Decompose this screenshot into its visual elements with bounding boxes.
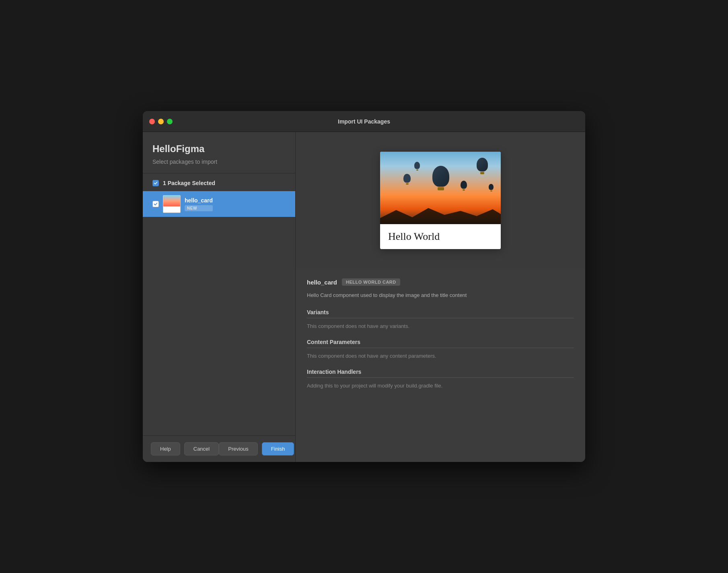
finish-button[interactable]: Finish bbox=[262, 442, 294, 456]
content-params-section: Content Parameters This component does n… bbox=[307, 339, 574, 359]
select-all-checkbox[interactable] bbox=[152, 180, 159, 186]
item-info: hello_card NEW bbox=[185, 197, 213, 211]
right-action-buttons: Previous Finish bbox=[219, 442, 294, 456]
handlers-title: Interaction Handlers bbox=[307, 369, 574, 375]
close-button[interactable] bbox=[149, 119, 155, 124]
header-divider bbox=[143, 173, 295, 173]
title-bar: Import UI Packages bbox=[143, 111, 585, 132]
item-badge: NEW bbox=[185, 205, 213, 211]
left-panel: HelloFigma Select packages to import 1 P… bbox=[143, 132, 296, 462]
item-checkbox[interactable] bbox=[152, 201, 159, 207]
variants-text: This component does not have any variant… bbox=[307, 323, 574, 329]
variants-divider bbox=[307, 318, 574, 318]
app-title: HelloFigma bbox=[152, 143, 286, 155]
package-list: hello_card NEW bbox=[143, 191, 295, 435]
balloon-small-1 bbox=[403, 174, 411, 185]
package-count-label: 1 Package Selected bbox=[163, 180, 215, 186]
main-window: Import UI Packages HelloFigma Select pac… bbox=[143, 111, 585, 462]
balloon-small-2 bbox=[461, 181, 467, 191]
mountains-svg bbox=[380, 206, 501, 224]
balloon-large bbox=[432, 166, 449, 190]
handlers-text: Adding this to your project will modify … bbox=[307, 383, 574, 389]
content-params-text: This component does not have any content… bbox=[307, 353, 574, 359]
handlers-divider bbox=[307, 377, 574, 378]
details-area: hello_card HELLO WORLD CARD Hello Card c… bbox=[296, 269, 585, 462]
content-params-title: Content Parameters bbox=[307, 339, 574, 345]
card-title-text: Hello World bbox=[388, 231, 440, 242]
item-thumbnail bbox=[163, 195, 181, 213]
svg-marker-0 bbox=[380, 208, 501, 224]
component-description: Hello Card component used to display the… bbox=[307, 291, 574, 299]
minimize-button[interactable] bbox=[158, 119, 164, 124]
balloon-medium bbox=[477, 158, 488, 174]
preview-area: Hello World bbox=[296, 132, 585, 269]
handlers-section: Interaction Handlers Adding this to your… bbox=[307, 369, 574, 389]
component-tag: HELLO WORLD CARD bbox=[342, 278, 400, 286]
subtitle: Select packages to import bbox=[152, 159, 286, 165]
window-title: Import UI Packages bbox=[338, 118, 390, 125]
item-name: hello_card bbox=[185, 197, 213, 204]
list-item[interactable]: hello_card NEW bbox=[143, 191, 295, 217]
window-controls bbox=[149, 119, 173, 124]
right-panel: Hello World hello_card HELLO WORLD CARD … bbox=[296, 132, 585, 462]
content-params-divider bbox=[307, 348, 574, 348]
card-preview: Hello World bbox=[380, 152, 501, 249]
sky-background bbox=[380, 152, 501, 224]
previous-button[interactable]: Previous bbox=[219, 442, 258, 456]
card-title-area: Hello World bbox=[380, 224, 501, 249]
variants-title: Variants bbox=[307, 309, 574, 315]
help-button[interactable]: Help bbox=[151, 442, 180, 456]
window-body: HelloFigma Select packages to import 1 P… bbox=[143, 132, 585, 462]
cancel-button[interactable]: Cancel bbox=[184, 442, 219, 456]
card-image bbox=[380, 152, 501, 224]
balloon-small-4 bbox=[489, 184, 494, 192]
left-header: HelloFigma Select packages to import bbox=[143, 132, 295, 173]
component-name-row: hello_card HELLO WORLD CARD bbox=[307, 278, 574, 286]
package-header: 1 Package Selected bbox=[143, 180, 295, 191]
variants-section: Variants This component does not have an… bbox=[307, 309, 574, 329]
maximize-button[interactable] bbox=[167, 119, 173, 124]
bottom-bar: Help Cancel Previous Finish bbox=[143, 435, 295, 462]
component-name: hello_card bbox=[307, 279, 337, 286]
left-action-buttons: Help Cancel bbox=[151, 442, 219, 456]
balloon-small-3 bbox=[414, 162, 420, 171]
